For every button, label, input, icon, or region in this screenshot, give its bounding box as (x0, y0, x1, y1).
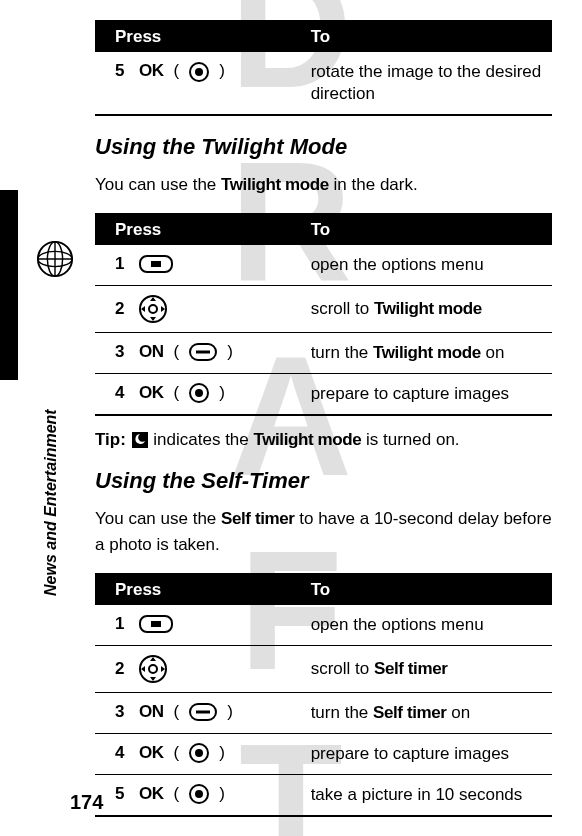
to-cell: open the options menu (301, 605, 552, 646)
to-pre: scroll to (311, 299, 374, 318)
to-cell: take a picture in 10 seconds (301, 774, 552, 816)
step-number: 2 (115, 659, 129, 679)
press-cell: 2 (95, 646, 301, 692)
soft-key-icon (189, 342, 217, 362)
to-cell: turn the Self timer on (301, 692, 552, 733)
table-row: 3 ON ( ) turn the Twilight mode on (95, 332, 552, 373)
to-bold: Twilight mode (374, 299, 482, 318)
step-number: 5 (115, 784, 129, 804)
tip-label: Tip: (95, 430, 131, 449)
paren-close: ) (219, 383, 225, 403)
to-bold: Self timer (374, 659, 447, 678)
tip-post: is turned on. (361, 430, 459, 449)
press-cell: 3 ON ( ) (95, 333, 301, 371)
tip-bold: Twilight mode (254, 430, 362, 449)
press-cell: 2 (95, 286, 301, 332)
key-ok-label: OK (139, 61, 164, 81)
soft-key-icon (189, 702, 217, 722)
step-number: 1 (115, 614, 129, 634)
step-number: 2 (115, 299, 129, 319)
svg-point-33 (195, 790, 203, 798)
svg-rect-21 (151, 621, 161, 627)
svg-marker-26 (141, 666, 145, 672)
to-cell: scroll to Twilight mode (301, 285, 552, 332)
svg-point-23 (149, 665, 157, 673)
table-rotate-continuation: Press To 5 OK ( ) rotate the image to th… (95, 20, 552, 116)
svg-marker-25 (150, 677, 156, 681)
paren-open: ( (174, 383, 180, 403)
table-row: 5 OK ( ) rotate the image to the desired… (95, 52, 552, 115)
table-row: 1 open the options menu (95, 605, 552, 646)
paren-close: ) (227, 702, 233, 722)
key-on-label: ON (139, 342, 164, 362)
to-pre: turn the (311, 703, 373, 722)
center-key-icon (189, 383, 209, 404)
intro-twilight: You can use the Twilight mode in the dar… (95, 172, 552, 198)
to-post: on (481, 343, 505, 362)
paren-close: ) (219, 61, 225, 81)
to-cell: open the options menu (301, 245, 552, 286)
col-to: To (301, 214, 552, 245)
heading-twilight-mode: Using the Twilight Mode (95, 134, 552, 160)
key-ok-label: OK (139, 383, 164, 403)
step-number: 4 (115, 743, 129, 763)
to-cell: prepare to capture images (301, 373, 552, 415)
paren-open: ( (174, 784, 180, 804)
to-post: on (447, 703, 471, 722)
heading-self-timer: Using the Self-Timer (95, 468, 552, 494)
table-row: 2 scroll to Self timer (95, 645, 552, 692)
tip-line: Tip: indicates the Twilight mode is turn… (95, 430, 552, 450)
col-to: To (301, 21, 552, 52)
intro-text: You can use the (95, 509, 221, 528)
to-pre: scroll to (311, 659, 374, 678)
svg-marker-24 (150, 657, 156, 661)
col-press: Press (95, 574, 301, 605)
table-self-timer: Press To 1 open the options menu 2 (95, 573, 552, 817)
svg-marker-11 (150, 297, 156, 301)
paren-open: ( (174, 61, 180, 81)
to-cell: scroll to Self timer (301, 645, 552, 692)
table-row: 1 open the options menu (95, 245, 552, 286)
svg-point-10 (149, 305, 157, 313)
svg-point-6 (195, 68, 203, 76)
table-row: 5 OK ( ) take a picture in 10 seconds (95, 774, 552, 816)
svg-marker-27 (161, 666, 165, 672)
paren-open: ( (174, 342, 180, 362)
table-header: Press To (95, 21, 552, 52)
paren-open: ( (174, 702, 180, 722)
paren-close: ) (219, 743, 225, 763)
table-row: 4 OK ( ) prepare to capture images (95, 373, 552, 415)
to-cell: turn the Twilight mode on (301, 332, 552, 373)
step-number: 3 (115, 342, 129, 362)
press-cell: 3 ON ( ) (95, 693, 301, 731)
intro-text: You can use the (95, 175, 221, 194)
key-ok-label: OK (139, 784, 164, 804)
nav-key-icon (139, 655, 167, 683)
press-cell: 5 OK ( ) (95, 775, 301, 814)
col-to: To (301, 574, 552, 605)
intro-text-end: in the dark. (329, 175, 418, 194)
svg-marker-12 (150, 317, 156, 321)
press-cell: 4 OK ( ) (95, 734, 301, 773)
col-press: Press (95, 21, 301, 52)
table-row: 2 scroll to Twilight mode (95, 285, 552, 332)
step-number: 3 (115, 702, 129, 722)
intro-bold: Self timer (221, 509, 294, 528)
page-content: Press To 5 OK ( ) rotate the image to th… (0, 0, 582, 836)
to-cell: rotate the image to the desired directio… (301, 52, 552, 115)
step-number: 1 (115, 254, 129, 274)
intro-self-timer: You can use the Self timer to have a 10-… (95, 506, 552, 559)
table-row: 3 ON ( ) turn the Self timer on (95, 692, 552, 733)
col-press: Press (95, 214, 301, 245)
twilight-indicator-icon (131, 430, 154, 449)
key-ok-label: OK (139, 743, 164, 763)
to-bold: Self timer (373, 703, 446, 722)
press-cell: 1 (95, 605, 301, 643)
step-number: 5 (115, 61, 129, 81)
intro-bold: Twilight mode (221, 175, 329, 194)
table-row: 4 OK ( ) prepare to capture images (95, 733, 552, 774)
svg-marker-13 (141, 306, 145, 312)
svg-rect-19 (132, 432, 148, 448)
center-key-icon (189, 743, 209, 764)
table-header: Press To (95, 574, 552, 605)
